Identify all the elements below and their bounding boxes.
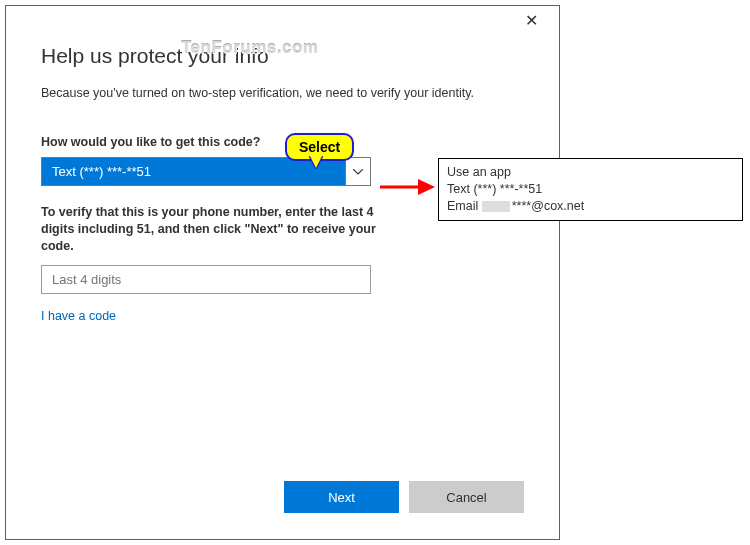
chevron-down-icon (345, 157, 371, 186)
option-text: Text (***) ***-**51 (447, 181, 734, 198)
callout-tail-icon (310, 156, 322, 168)
next-button[interactable]: Next (284, 481, 399, 513)
option-email-suffix: ****@cox.net (512, 199, 584, 213)
verification-dialog: ✕ TenForums.com Help us protect your inf… (5, 5, 560, 540)
svg-marker-1 (418, 179, 435, 195)
title-bar: ✕ (6, 6, 559, 34)
verify-instructions: To verify that this is your phone number… (41, 204, 381, 255)
dropdown-options-preview: Use an app Text (***) ***-**51 Email ***… (438, 158, 743, 221)
arrow-icon (380, 176, 435, 198)
redacted-block (482, 201, 510, 212)
page-title: Help us protect your info (41, 44, 524, 68)
page-subtitle: Because you've turned on two-step verifi… (41, 86, 524, 100)
option-email: Email ****@cox.net (447, 198, 734, 215)
option-email-prefix: Email (447, 199, 478, 213)
method-label: How would you like to get this code? (41, 135, 524, 149)
close-icon: ✕ (525, 11, 538, 30)
cancel-button[interactable]: Cancel (409, 481, 524, 513)
last-digits-input[interactable] (41, 265, 371, 294)
close-button[interactable]: ✕ (511, 8, 551, 32)
option-app: Use an app (447, 164, 734, 181)
select-value: Text (***) ***-**51 (41, 157, 345, 186)
dialog-buttons: Next Cancel (284, 481, 524, 513)
have-code-link[interactable]: I have a code (41, 309, 524, 323)
